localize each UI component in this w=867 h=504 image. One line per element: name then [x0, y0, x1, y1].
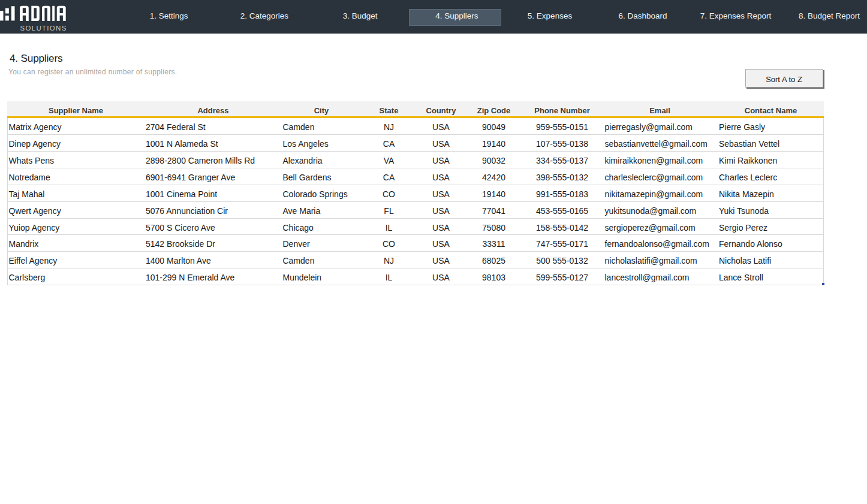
svg-text:SOLUTIONS: SOLUTIONS — [20, 25, 67, 32]
